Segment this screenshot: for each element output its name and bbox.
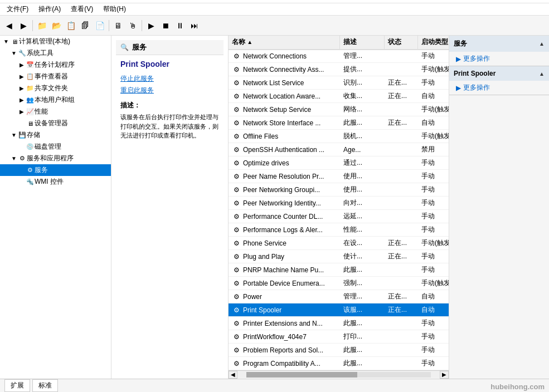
col-header-startup[interactable]: 启动类型	[418, 36, 449, 49]
sidebar-item-storage[interactable]: ▼ 💾 存储	[0, 129, 111, 141]
sidebar-item-disk-management[interactable]: 💿 磁盘管理	[0, 141, 111, 153]
table-row[interactable]: ⚙Peer Name Resolution Pr...使用...手动本	[229, 170, 449, 183]
users-expand[interactable]: ▶	[18, 96, 26, 104]
horizontal-scrollbar[interactable]: ◀ ▶	[229, 370, 449, 378]
service-name: Performance Logs & Aler...	[243, 226, 323, 234]
service-status: 正在...	[385, 90, 418, 102]
col-header-desc[interactable]: 描述	[340, 36, 385, 49]
sidebar-item-event-viewer[interactable]: ▶ 📋 事件查看器	[0, 71, 111, 82]
sidebar-item-system-tools[interactable]: ▼ 🔧 系统工具	[0, 47, 111, 59]
stop-service-link[interactable]: 停止此服务	[120, 74, 219, 84]
menu-action[interactable]: 操作(A)	[34, 3, 65, 15]
sidebar-root[interactable]: ▼ 🖥 计算机管理(本地)	[0, 36, 111, 47]
table-row[interactable]: ⚙Network Setup Service网络...手动(触发...本	[229, 103, 449, 116]
folder-btn-1[interactable]: 📁	[35, 19, 48, 32]
root-expand-icon[interactable]: ▼	[2, 38, 10, 46]
monitor-btn2[interactable]: 🖱	[126, 19, 139, 32]
sidebar-item-local-users[interactable]: ▶ 👥 本地用户和组	[0, 94, 111, 106]
col-header-name[interactable]: 名称 ▲	[229, 36, 340, 49]
table-row[interactable]: ⚙Program Compatibility A...此服...手动本	[229, 357, 449, 370]
tab-standard[interactable]: 标准	[32, 379, 58, 392]
table-row[interactable]: ⚙Plug and Play使计...正在...手动本	[229, 250, 449, 263]
table-row[interactable]: ⚙Network List Service识别...正在...手动本	[229, 76, 449, 90]
stop-btn[interactable]: ⏹	[159, 19, 172, 32]
restart-service-link[interactable]: 重启此服务	[120, 86, 219, 95]
storage-expand[interactable]: ▼	[10, 131, 18, 139]
menu-help[interactable]: 帮助(H)	[99, 3, 130, 15]
shared-expand[interactable]: ▶	[18, 85, 26, 92]
sidebar-item-services-apps[interactable]: ▼ ⚙ 服务和应用程序	[0, 153, 111, 164]
wmi-expand[interactable]	[18, 178, 26, 186]
pause-btn[interactable]: ⏸	[173, 19, 187, 32]
table-row[interactable]: ⚙Network Location Aware...收集...正在...自动网	[229, 90, 449, 103]
hscroll-track[interactable]	[246, 372, 431, 378]
table-row[interactable]: ⚙Power管理...正在...自动本	[229, 290, 449, 303]
perf-expand[interactable]: ▶	[18, 108, 26, 116]
table-row[interactable]: ⚙Optimize drives通过...手动本	[229, 156, 449, 170]
actions-more-1[interactable]: ▶ 更多操作	[449, 52, 549, 66]
task-expand[interactable]: ▶	[18, 61, 26, 69]
table-row[interactable]: ⚙OpenSSH Authentication ...Age...禁用本	[229, 143, 449, 156]
forward-button[interactable]: ▶	[17, 19, 30, 32]
svcapps-label: 服务和应用程序	[27, 154, 74, 163]
back-button[interactable]: ◀	[2, 19, 16, 32]
disk-expand[interactable]	[18, 143, 26, 151]
table-row[interactable]: ⚙Performance Counter DL...远延...手动本	[229, 210, 449, 223]
menu-file[interactable]: 文件(F)	[2, 3, 33, 15]
service-name: Print Spooler	[243, 306, 281, 314]
service-startup-type: 手动	[418, 76, 449, 89]
actions-more-2[interactable]: ▶ 更多操作	[449, 81, 549, 95]
table-row[interactable]: ⚙Network Connectivity Ass...提供...手动(触发..…	[229, 63, 449, 76]
sidebar-item-device-manager[interactable]: 🖥 设备管理器	[0, 117, 111, 129]
service-status: 正在...	[385, 303, 418, 316]
service-status	[385, 135, 418, 138]
event-label: 事件查看器	[35, 72, 68, 81]
table-row[interactable]: ⚙Offline Files脱机...手动(触发...本	[229, 130, 449, 143]
service-name: Power	[243, 293, 262, 301]
shared-icon: 📁	[26, 84, 35, 93]
monitor-btn[interactable]: 🖥	[111, 19, 125, 32]
minimize-button[interactable]: ─	[499, 0, 513, 1]
table-row[interactable]: ⚙Problem Reports and Sol...此服...手动本	[229, 344, 449, 357]
sidebar-item-shared-folders[interactable]: ▶ 📁 共享文件夹	[0, 82, 111, 94]
folder-btn-4[interactable]: 🗐	[79, 19, 92, 32]
service-desc: 此服...	[340, 263, 385, 276]
table-row[interactable]: ⚙PrintWorkflow_404e7打印...手动本	[229, 330, 449, 344]
col-header-status[interactable]: 状态	[385, 36, 418, 49]
service-desc: 识别...	[340, 76, 385, 89]
table-row[interactable]: ⚙Portable Device Enumera...强制...手动(触发...…	[229, 277, 449, 290]
table-row[interactable]: ⚙PNRP Machine Name Pu...此服...手动本	[229, 263, 449, 277]
table-row[interactable]: ⚙Printer Extensions and N...此服...手动本	[229, 317, 449, 330]
play-btn[interactable]: ▶	[144, 19, 158, 32]
service-startup-type: 手动	[418, 183, 449, 196]
event-expand[interactable]: ▶	[18, 73, 26, 81]
table-row[interactable]: ⚙Phone Service在设...正在...手动(触发...本	[229, 237, 449, 250]
sidebar-item-task-scheduler[interactable]: ▶ 📅 任务计划程序	[0, 59, 111, 71]
table-row[interactable]: ⚙Peer Networking Groupi...使用...手动本	[229, 183, 449, 197]
sidebar-item-wmi[interactable]: 🔩 WMI 控件	[0, 176, 111, 188]
hscroll-left-btn[interactable]: ◀	[229, 371, 237, 379]
table-row[interactable]: ⚙Peer Networking Identity...向对...手动本	[229, 197, 449, 210]
dev-expand[interactable]	[18, 120, 26, 128]
folder-btn-2[interactable]: 📂	[50, 19, 63, 32]
sidebar-item-services[interactable]: ⚙ 服务	[0, 164, 111, 176]
service-status: 正在...	[385, 290, 418, 303]
tab-extended[interactable]: 扩展	[4, 379, 30, 392]
table-row[interactable]: ⚙Network Store Interface ...此服...正在...自动…	[229, 116, 449, 130]
menu-view[interactable]: 查看(V)	[66, 3, 98, 15]
hscroll-thumb[interactable]	[246, 372, 357, 378]
svc-expand[interactable]	[18, 166, 26, 174]
service-desc: 此服...	[340, 317, 385, 330]
hscroll-right-btn[interactable]: ▶	[440, 371, 449, 379]
system-tools-expand[interactable]: ▼	[10, 50, 18, 57]
sidebar-item-performance[interactable]: ▶ 📈 性能	[0, 106, 111, 117]
close-button[interactable]: ✕	[530, 0, 545, 1]
maximize-button[interactable]: □	[514, 0, 529, 1]
table-row[interactable]: ⚙Network Connections管理...手动本	[229, 50, 449, 63]
table-row[interactable]: ⚙Performance Logs & Aler...性能...手动本	[229, 223, 449, 237]
folder-btn-3[interactable]: 📋	[64, 19, 77, 32]
table-row[interactable]: ➜⚙Print Spooler该服...正在...自动本	[229, 303, 449, 317]
svcapps-expand[interactable]: ▼	[10, 155, 18, 163]
folder-btn-5[interactable]: 📄	[93, 19, 106, 32]
next-btn[interactable]: ⏭	[188, 19, 201, 32]
